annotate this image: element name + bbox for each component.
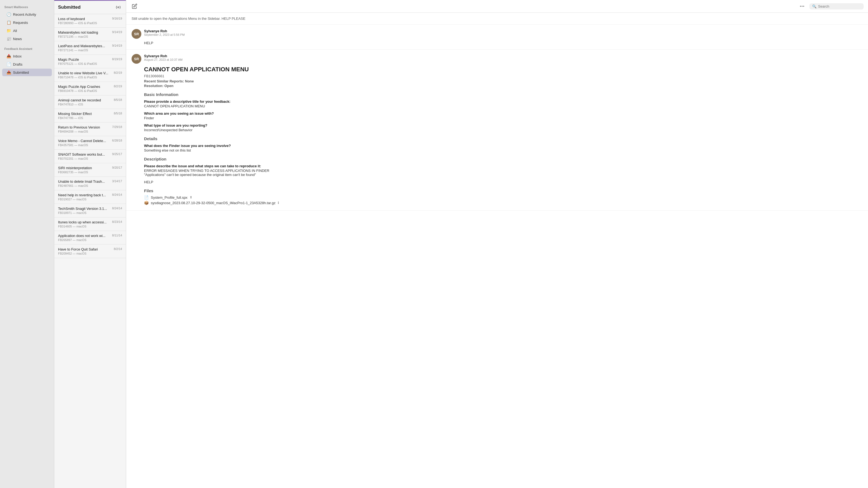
list-item[interactable]: Have to Force Quit Safari 8/2/14 FB20945…: [54, 245, 126, 258]
list-item[interactable]: Voice Memo - Cannot Delete... 6/28/18 FB…: [54, 136, 126, 150]
list-item[interactable]: Malwarebytes not loading 9/14/19 FB72711…: [54, 28, 126, 41]
feedback-assistant-label: Feedback Assistant: [0, 46, 54, 52]
message-text: Still unable to open the Applications Me…: [131, 17, 246, 21]
message-meta-2: Sylvanye Roh August 27, 2023 at 10:37 AM: [144, 54, 183, 61]
basic-field-0: Please provide a descriptive title for y…: [144, 99, 863, 108]
message-meta: Sylvanye Roh September 2, 2023 at 5:56 P…: [144, 29, 185, 36]
list-item[interactable]: Need help in reverting back t... 8/24/14…: [54, 190, 126, 204]
avatar-2: SR: [131, 54, 141, 64]
sidebar-item-label: Requests: [13, 21, 28, 25]
list-item[interactable]: SIRI misinterpretation 9/20/17 FB3682735…: [54, 163, 126, 177]
sidebar-item-submitted[interactable]: 📤 Submitted: [2, 69, 52, 76]
report-similar: Recent Similar Reports: None: [144, 79, 863, 83]
list-item-sub: FB3702201 — macOS: [58, 157, 122, 160]
inbox-icon: 📥: [6, 54, 11, 58]
file-item-1[interactable]: 📦 sysdiagnose_2023.08.27.10-29-32-0500_m…: [144, 201, 863, 205]
sidebar-item-recent-activity[interactable]: 🕐 Recent Activity: [2, 10, 52, 18]
list-items: Loss of keyboard 9/16/19 FB7280993 — iOS…: [54, 14, 126, 488]
list-header: Submitted: [54, 1, 126, 14]
recent-activity-icon: 🕐: [6, 12, 11, 17]
search-input[interactable]: [818, 4, 861, 8]
detail-header-right: 🔍: [798, 2, 864, 10]
list-item-date: 3/14/17: [112, 180, 122, 183]
list-item-title: Unable to delete Imail Trash...: [58, 180, 110, 184]
compose-icon[interactable]: [130, 2, 138, 10]
list-panel: Submitted Loss of keyboard 9/16/19 FB728…: [54, 0, 126, 488]
drafts-icon: 📄: [6, 62, 11, 66]
message-text-1: HELP: [144, 41, 863, 45]
list-item[interactable]: Magic Puzzle 8/19/19 FB7075121 — iOS & i…: [54, 55, 126, 68]
message-date: September 2, 2023 at 5:56 PM: [144, 33, 185, 36]
details-section: Details What does the Finder issue you a…: [144, 136, 863, 152]
sidebar-item-news[interactable]: 📰 News: [2, 35, 52, 42]
details-field-0: What does the Finder issue you are seein…: [144, 144, 863, 152]
message-sender-2: Sylvanye Roh: [144, 54, 183, 58]
list-item-date: 9/14/19: [112, 44, 122, 47]
file-action-icon[interactable]: ℹ: [278, 201, 279, 205]
list-item[interactable]: Unable to view Website Live V... 8/2/19 …: [54, 68, 126, 82]
files-title: Files: [144, 188, 863, 193]
description-section: Description Please describe the issue an…: [144, 157, 863, 177]
sidebar-item-inbox[interactable]: 📥 Inbox: [2, 52, 52, 60]
list-item[interactable]: Itunes locks up when accessi... 8/23/14 …: [54, 218, 126, 231]
list-item-title: Itunes locks up when accessi...: [58, 220, 110, 224]
list-item-sub: FB265897 — macOS: [58, 238, 122, 241]
requests-icon: 📋: [6, 20, 11, 25]
message-header: SR Sylvanye Roh September 2, 2023 at 5:5…: [131, 29, 863, 39]
list-item-date: 9/20/17: [112, 166, 122, 169]
list-item[interactable]: Return to Previous Version 7/29/18 FB469…: [54, 123, 126, 136]
list-item-title: LastPass and Malwarebytes...: [58, 44, 110, 48]
list-item-sub: FB4694208 — macOS: [58, 130, 122, 133]
list-item-title: Have to Force Quit Safari: [58, 247, 112, 251]
detail-content: Still unable to open the Applications Me…: [126, 13, 868, 488]
file-item-0[interactable]: 📄 System_Profile_full.spx ⬆: [144, 195, 863, 199]
details-title: Details: [144, 136, 863, 141]
list-item[interactable]: Magic Puzzle App Crashes 8/2/19 FB691047…: [54, 82, 126, 95]
report-help-text: HELP: [144, 180, 863, 184]
message-block-report: SR Sylvanye Roh August 27, 2023 at 10:37…: [126, 50, 868, 210]
list-item[interactable]: LastPass and Malwarebytes... 9/14/19 FB7…: [54, 41, 126, 55]
list-item-sub: FB7271195 — macOS: [58, 35, 122, 38]
list-item-sub: FB314605 — macOS: [58, 225, 122, 228]
list-item-title: SNAGIT Software works but...: [58, 152, 110, 156]
sidebar-item-label: All: [13, 29, 17, 33]
list-item[interactable]: Application does not work wi... 8/11/14 …: [54, 231, 126, 245]
list-item-date: 7/29/18: [112, 125, 122, 129]
list-item[interactable]: TechSmith Snagit Version 3.1... 8/24/14 …: [54, 204, 126, 218]
list-item[interactable]: Unable to delete Imail Trash... 3/14/17 …: [54, 177, 126, 190]
file-icon: 📄: [144, 195, 149, 199]
field-label: Please describe the issue and what steps…: [144, 164, 863, 168]
search-bar[interactable]: 🔍: [809, 3, 864, 9]
sidebar-item-label: Submitted: [13, 70, 29, 74]
sidebar-item-label: News: [13, 37, 22, 41]
list-item-sub: FB3682735 — macOS: [58, 170, 122, 174]
message-header-report: SR Sylvanye Roh August 27, 2023 at 10:37…: [131, 54, 863, 64]
message-sender: Sylvanye Roh: [144, 29, 185, 33]
list-item[interactable]: Loss of keyboard 9/16/19 FB7280993 — iOS…: [54, 14, 126, 28]
avatar-1: SR: [131, 29, 141, 39]
detail-header-left: [130, 2, 138, 10]
detail-header: 🔍: [126, 0, 868, 13]
basic-field-1: Which area are you seeing an issue with?…: [144, 111, 863, 120]
files-section: Files 📄 System_Profile_full.spx ⬆ 📦 sysd…: [144, 188, 863, 205]
sidebar-item-all[interactable]: 📁 All: [2, 27, 52, 34]
file-icon: 📦: [144, 201, 149, 205]
list-item-title: Unable to view Website Live V...: [58, 71, 112, 75]
list-item[interactable]: SNAGIT Software works but... 9/25/17 FB3…: [54, 150, 126, 163]
list-item-sub: FB2487661 — macOS: [58, 184, 122, 187]
search-icon: 🔍: [812, 4, 816, 8]
all-icon: 📁: [6, 29, 11, 33]
list-item[interactable]: Missing Sticker Effect 8/5/18 FB4747786 …: [54, 109, 126, 123]
svg-point-0: [118, 7, 119, 8]
more-icon[interactable]: [798, 2, 806, 10]
list-item[interactable]: Animoji cannot be recorded 8/5/18 FB4747…: [54, 95, 126, 109]
report-resolution-value: Open: [164, 84, 173, 88]
sidebar-item-requests[interactable]: 📋 Requests: [2, 19, 52, 26]
list-item-sub: FB4747810 — iOS: [58, 103, 122, 106]
list-item-title: TechSmith Snagit Version 3.1...: [58, 206, 110, 210]
filter-icon[interactable]: [115, 3, 122, 11]
sidebar-item-drafts[interactable]: 📄 Drafts: [2, 61, 52, 68]
list-title: Submitted: [58, 5, 81, 10]
list-item-date: 8/19/19: [112, 58, 122, 61]
file-action-icon[interactable]: ⬆: [190, 195, 192, 199]
